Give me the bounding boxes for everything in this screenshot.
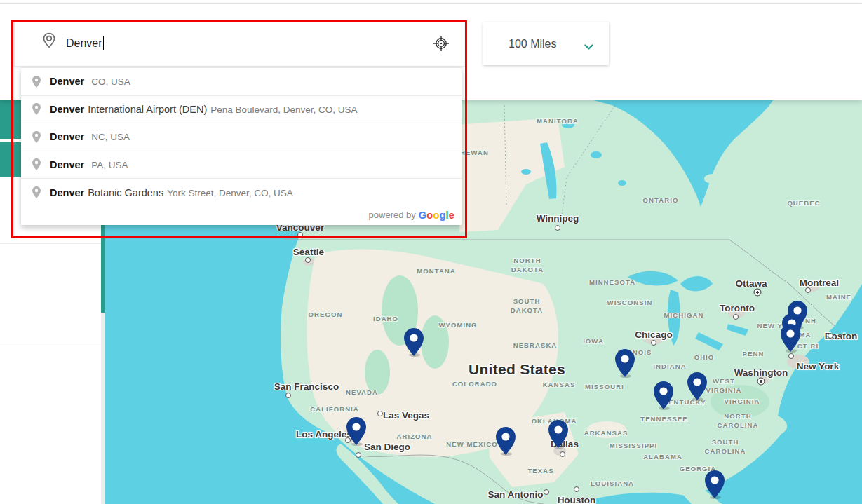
- radius-select[interactable]: 100 Miles: [483, 22, 609, 65]
- place-pin-icon: [32, 131, 41, 143]
- autocomplete-secondary-text: PA, USA: [91, 160, 128, 170]
- location-pin-outline-icon: [40, 30, 58, 53]
- autocomplete-query-text: Denver: [50, 131, 84, 142]
- autocomplete-query-text: Denver: [50, 76, 84, 87]
- autocomplete-secondary-text: NC, USA: [91, 132, 130, 142]
- results-scrollbar-thumb[interactable]: [101, 210, 105, 313]
- text-cursor: [103, 36, 104, 50]
- autocomplete-query-text: Denver: [50, 104, 84, 115]
- autocomplete-item[interactable]: DenverBotanic GardensYork Street, Denver…: [21, 179, 462, 207]
- map-pin[interactable]: [403, 327, 424, 357]
- map-pin[interactable]: [704, 470, 725, 499]
- autocomplete-item[interactable]: DenverCO, USA: [21, 68, 462, 96]
- google-attribution: powered by Google: [21, 207, 462, 225]
- autocomplete-dropdown: DenverCO, USA DenverInternational Airpor…: [21, 67, 462, 225]
- map-pin[interactable]: [687, 372, 708, 401]
- autocomplete-item[interactable]: DenverInternational Airport (DEN)Peña Bo…: [21, 96, 462, 124]
- autocomplete-query-text: Denver: [50, 187, 84, 198]
- place-pin-icon: [32, 186, 41, 198]
- map-pin[interactable]: [653, 381, 674, 410]
- search-input[interactable]: Denver: [66, 36, 104, 50]
- place-pin-icon: [32, 76, 41, 88]
- autocomplete-secondary-text: CO, USA: [91, 76, 130, 87]
- results-divider: [0, 346, 102, 346]
- autocomplete-secondary-text: Peña Boulevard, Denver, CO, USA: [210, 104, 357, 115]
- use-my-location-button[interactable]: [425, 28, 457, 60]
- chevron-down-icon: [584, 41, 593, 53]
- map-pin[interactable]: [346, 416, 367, 446]
- place-pin-icon: [32, 103, 41, 115]
- place-pin-icon: [32, 158, 41, 170]
- autocomplete-item[interactable]: DenverNC, USA: [21, 123, 462, 151]
- results-divider: [0, 243, 102, 244]
- radius-select-value: 100 Miles: [509, 38, 556, 50]
- autocomplete-query-text: Denver: [50, 159, 84, 170]
- map-pin[interactable]: [495, 426, 516, 456]
- map-pin[interactable]: [548, 419, 569, 449]
- map-pin[interactable]: [614, 348, 635, 378]
- crosshair-target-icon: [432, 44, 450, 55]
- autocomplete-item[interactable]: DenverPA, USA: [21, 151, 462, 179]
- map-pin[interactable]: [780, 323, 801, 353]
- google-logo: Google: [419, 209, 454, 222]
- search-box: Denver: [14, 22, 464, 67]
- autocomplete-secondary-text: York Street, Denver, CO, USA: [167, 188, 293, 198]
